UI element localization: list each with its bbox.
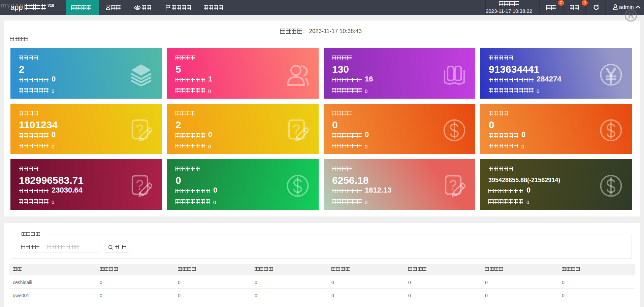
svg-text:R: R xyxy=(628,11,634,20)
